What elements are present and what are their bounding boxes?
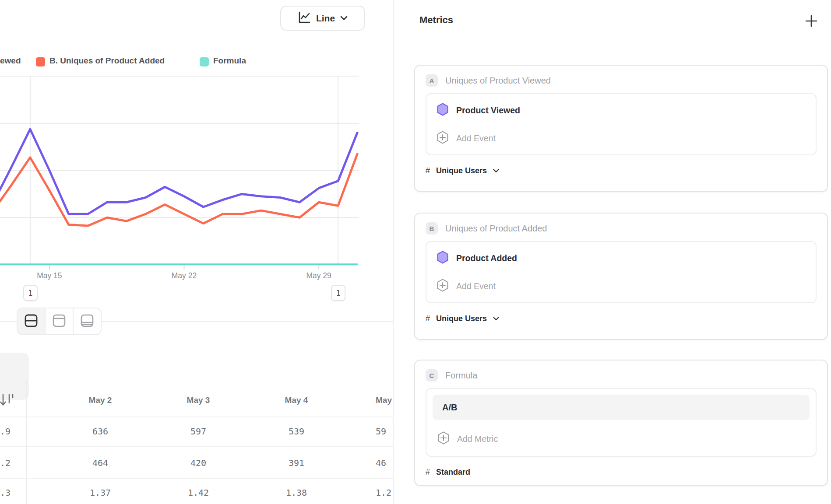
metric-badge: B bbox=[426, 222, 438, 234]
split-view-icon bbox=[23, 313, 39, 330]
measure-dropdown[interactable]: # Unique Users bbox=[426, 312, 817, 326]
measure-label: Unique Users bbox=[436, 166, 487, 175]
measure-label: Unique Users bbox=[436, 314, 487, 323]
chevron-down-icon bbox=[493, 167, 499, 175]
table-cell: 1.38 bbox=[253, 484, 340, 501]
x-axis-tick-label: May 15 bbox=[23, 271, 76, 280]
card-header: B Uniques of Product Added bbox=[426, 222, 817, 234]
table-cell: 1.2 bbox=[376, 484, 393, 501]
event-hexagon-icon bbox=[437, 251, 448, 266]
table-cell: 59 bbox=[376, 423, 393, 440]
layout-table-only-button[interactable] bbox=[73, 308, 101, 334]
table-cell: 420 bbox=[155, 454, 242, 472]
column-header[interactable]: May 2 bbox=[56, 392, 144, 408]
metric-title[interactable]: Uniques of Product Viewed bbox=[445, 76, 551, 86]
metrics-panel-title: Metrics bbox=[419, 14, 453, 26]
sort-descending-icon[interactable] bbox=[0, 391, 16, 410]
table-cell: 1.37 bbox=[56, 484, 144, 501]
column-header[interactable]: May 3 bbox=[155, 392, 242, 408]
row-divider bbox=[0, 478, 393, 479]
measure-dropdown[interactable]: # Standard bbox=[426, 465, 817, 479]
measure-dropdown[interactable]: # Unique Users bbox=[426, 164, 817, 178]
measure-label: Standard bbox=[436, 468, 470, 477]
metric-card-c: C Formula A/B Add Metric # bbox=[414, 360, 828, 486]
x-axis-tick-label: May 29 bbox=[292, 271, 345, 280]
table-cell: .9 bbox=[0, 423, 17, 440]
table-cell: 464 bbox=[56, 454, 144, 472]
hash-icon: # bbox=[426, 314, 430, 323]
event-row[interactable]: Product Added bbox=[437, 251, 805, 266]
row-divider bbox=[0, 416, 393, 417]
card-header: C Formula bbox=[426, 369, 817, 382]
layout-split-button[interactable] bbox=[18, 308, 45, 334]
add-event-label[interactable]: Add Event bbox=[456, 281, 496, 291]
metric-badge: C bbox=[426, 369, 438, 382]
hexagon-plus-icon bbox=[437, 131, 448, 146]
line-chart[interactable] bbox=[0, 0, 393, 282]
table-view-icon bbox=[79, 313, 95, 330]
table-cell: .2 bbox=[0, 454, 17, 472]
add-metric-plus-button[interactable] bbox=[802, 12, 821, 32]
event-name[interactable]: Product Viewed bbox=[456, 105, 520, 116]
metric-title[interactable]: Formula bbox=[445, 371, 477, 381]
metrics-panel: Metrics A Uniques of Product Viewed bbox=[394, 0, 831, 504]
add-event-row[interactable]: Add Event bbox=[437, 131, 805, 146]
chart-panel: Line ewed B. Uniques of Product Added Fo… bbox=[0, 0, 393, 504]
table-cell: 597 bbox=[155, 423, 242, 440]
formula-input[interactable]: A/B bbox=[433, 395, 810, 420]
formula-box: A/B Add Metric bbox=[426, 388, 817, 457]
add-metric-row[interactable]: Add Metric bbox=[433, 431, 810, 446]
card-header: A Uniques of Product Viewed bbox=[426, 74, 817, 87]
metric-card-a: A Uniques of Product Viewed Product View… bbox=[414, 65, 828, 192]
table-column-divider bbox=[26, 380, 27, 504]
event-box: Product Viewed Add Event bbox=[426, 93, 817, 155]
event-row[interactable]: Product Viewed bbox=[437, 103, 805, 118]
add-metric-label[interactable]: Add Metric bbox=[457, 434, 498, 444]
event-box: Product Added Add Event bbox=[426, 241, 817, 303]
table-cell: 391 bbox=[253, 454, 340, 472]
column-header[interactable]: May bbox=[376, 392, 393, 408]
chevron-down-icon bbox=[493, 315, 499, 322]
hash-icon: # bbox=[426, 468, 430, 477]
layout-toggle bbox=[17, 308, 102, 335]
chart-view-icon bbox=[51, 313, 67, 330]
table-cell: 636 bbox=[56, 423, 144, 440]
add-event-row[interactable]: Add Event bbox=[437, 279, 805, 294]
metric-title[interactable]: Uniques of Product Added bbox=[445, 224, 547, 234]
column-header[interactable]: May 4 bbox=[253, 392, 340, 408]
row-divider bbox=[0, 446, 393, 447]
add-event-label[interactable]: Add Event bbox=[456, 133, 496, 144]
table-cell: 46 bbox=[376, 454, 393, 472]
metric-card-b: B Uniques of Product Added Product Added bbox=[414, 213, 828, 340]
metric-badge: A bbox=[426, 74, 438, 87]
hexagon-plus-icon bbox=[437, 279, 448, 294]
x-axis-tick-label: May 22 bbox=[158, 271, 211, 280]
annotation-count-badge[interactable]: 1 bbox=[331, 285, 345, 301]
event-hexagon-icon bbox=[437, 103, 448, 118]
insights-report: Line ewed B. Uniques of Product Added Fo… bbox=[0, 0, 831, 504]
plus-icon bbox=[805, 14, 818, 29]
annotation-count-badge[interactable]: 1 bbox=[23, 285, 38, 301]
table-cell: 1.42 bbox=[155, 484, 242, 501]
layout-chart-only-button[interactable] bbox=[45, 308, 73, 334]
table-cell: 539 bbox=[253, 423, 340, 440]
hexagon-plus-icon bbox=[438, 431, 449, 446]
table-cell: .3 bbox=[0, 484, 17, 501]
event-name[interactable]: Product Added bbox=[456, 253, 517, 263]
hash-icon: # bbox=[426, 166, 430, 175]
